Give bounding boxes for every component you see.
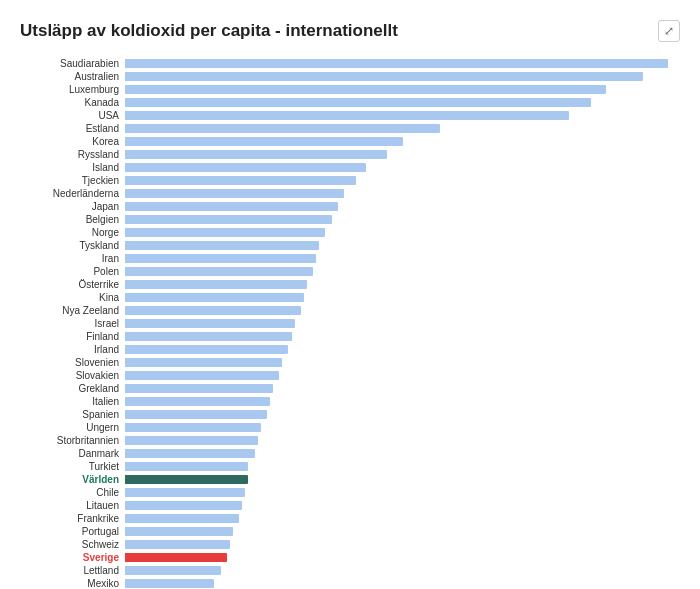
bar-wrapper: [125, 85, 680, 94]
chart-title: Utsläpp av koldioxid per capita - intern…: [20, 20, 680, 42]
table-row: Polen: [20, 266, 680, 277]
bar-wrapper: [125, 176, 680, 185]
bar-label: Tyskland: [20, 241, 125, 251]
bar-wrapper: [125, 436, 680, 445]
table-row: Luxemburg: [20, 84, 680, 95]
bar-label: Polen: [20, 267, 125, 277]
bar: [125, 384, 273, 393]
bar-wrapper: [125, 293, 680, 302]
bar-wrapper: [125, 540, 680, 549]
bar-wrapper: [125, 410, 680, 419]
bar: [125, 189, 344, 198]
bar: [125, 410, 267, 419]
expand-button[interactable]: ⤢: [658, 20, 680, 42]
table-row: Tyskland: [20, 240, 680, 251]
bar-wrapper: [125, 449, 680, 458]
bar-wrapper: [125, 267, 680, 276]
bar-label: Österrike: [20, 280, 125, 290]
bar-wrapper: [125, 345, 680, 354]
bar-label: Japan: [20, 202, 125, 212]
table-row: Grekland: [20, 383, 680, 394]
bar-label: Frankrike: [20, 514, 125, 524]
bar-label: Iran: [20, 254, 125, 264]
bar-label: Belgien: [20, 215, 125, 225]
bar-label: Ungern: [20, 423, 125, 433]
bar-wrapper: [125, 527, 680, 536]
bar: [125, 163, 366, 172]
bar-label: Israel: [20, 319, 125, 329]
bar-wrapper: [125, 202, 680, 211]
bar: [125, 176, 356, 185]
bar: [125, 72, 643, 81]
bar: [125, 150, 387, 159]
bar-wrapper: [125, 319, 680, 328]
bar: [125, 514, 239, 523]
table-row: Frankrike: [20, 513, 680, 524]
bar-wrapper: [125, 371, 680, 380]
bar: [125, 267, 313, 276]
bar: [125, 371, 279, 380]
bar-wrapper: [125, 501, 680, 510]
bar: [125, 254, 316, 263]
bar-wrapper: [125, 215, 680, 224]
bar-label: Mexiko: [20, 579, 125, 589]
table-row: Världen: [20, 474, 680, 485]
table-row: Nya Zeeland: [20, 305, 680, 316]
bar-label: Korea: [20, 137, 125, 147]
bar-wrapper: [125, 423, 680, 432]
bar: [125, 527, 233, 536]
bar-wrapper: [125, 241, 680, 250]
bar-label: Estland: [20, 124, 125, 134]
table-row: Slovenien: [20, 357, 680, 368]
bar-wrapper: [125, 384, 680, 393]
bar-label: Saudiarabien: [20, 59, 125, 69]
table-row: Kina: [20, 292, 680, 303]
bar-wrapper: [125, 163, 680, 172]
bar-label: Australien: [20, 72, 125, 82]
bar-label: Världen: [20, 475, 125, 485]
bar: [125, 306, 301, 315]
table-row: Österrike: [20, 279, 680, 290]
bar-wrapper: [125, 397, 680, 406]
bar-label: Kina: [20, 293, 125, 303]
bar-wrapper: [125, 566, 680, 575]
table-row: Australien: [20, 71, 680, 82]
bar: [125, 345, 288, 354]
bar-label: Nya Zeeland: [20, 306, 125, 316]
bar-label: Irland: [20, 345, 125, 355]
bar: [125, 98, 591, 107]
bar-wrapper: [125, 358, 680, 367]
table-row: Tjeckien: [20, 175, 680, 186]
bar-wrapper: [125, 488, 680, 497]
bar-label: Luxemburg: [20, 85, 125, 95]
bar-wrapper: [125, 579, 680, 588]
chart-container: ⤢ SaudiarabienAustralienLuxemburgKanadaU…: [20, 58, 680, 589]
table-row: Slovakien: [20, 370, 680, 381]
table-row: Irland: [20, 344, 680, 355]
bar-label: Spanien: [20, 410, 125, 420]
table-row: Litauen: [20, 500, 680, 511]
bar-wrapper: [125, 150, 680, 159]
bar-label: Danmark: [20, 449, 125, 459]
bar-wrapper: [125, 280, 680, 289]
bar-label: Turkiet: [20, 462, 125, 472]
bar-label: Grekland: [20, 384, 125, 394]
bar-label: USA: [20, 111, 125, 121]
bar-wrapper: [125, 475, 680, 484]
table-row: Turkiet: [20, 461, 680, 472]
bar-wrapper: [125, 189, 680, 198]
bar: [125, 202, 338, 211]
bar: [125, 358, 282, 367]
table-row: Storbritannien: [20, 435, 680, 446]
bar-label: Norge: [20, 228, 125, 238]
bar: [125, 579, 214, 588]
table-row: Japan: [20, 201, 680, 212]
bar: [125, 228, 325, 237]
table-row: Danmark: [20, 448, 680, 459]
bar-label: Tjeckien: [20, 176, 125, 186]
table-row: Sverige: [20, 552, 680, 563]
bar-wrapper: [125, 553, 680, 562]
table-row: Iran: [20, 253, 680, 264]
bar-label: Slovakien: [20, 371, 125, 381]
table-row: Mexiko: [20, 578, 680, 589]
